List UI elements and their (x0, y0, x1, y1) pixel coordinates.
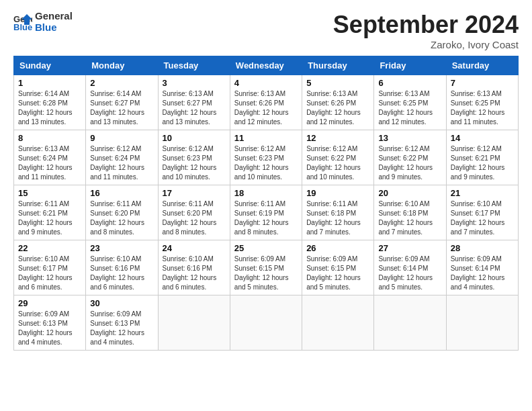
calendar-week-3: 15Sunrise: 6:11 AMSunset: 6:21 PMDayligh… (14, 185, 519, 240)
calendar-week-5: 29Sunrise: 6:09 AMSunset: 6:13 PMDayligh… (14, 295, 519, 351)
calendar-cell: 13Sunrise: 6:12 AMSunset: 6:22 PMDayligh… (374, 130, 446, 185)
day-number: 7 (451, 78, 514, 88)
day-header-tuesday: Tuesday (158, 56, 230, 75)
logo-icon: General Blue (13, 13, 32, 32)
day-number: 20 (378, 188, 441, 198)
location-title: Zaroko, Ivory Coast (333, 39, 519, 50)
calendar-cell (230, 295, 302, 351)
day-detail: Sunrise: 6:13 AMSunset: 6:26 PMDaylight:… (306, 90, 361, 126)
day-number: 18 (234, 188, 298, 198)
day-number: 22 (18, 243, 81, 253)
calendar-cell: 9Sunrise: 6:12 AMSunset: 6:24 PMDaylight… (86, 130, 158, 185)
calendar-cell: 22Sunrise: 6:10 AMSunset: 6:17 PMDayligh… (14, 240, 86, 295)
day-number: 26 (306, 243, 369, 253)
calendar-table: SundayMondayTuesdayWednesdayThursdayFrid… (13, 56, 519, 351)
day-number: 23 (90, 243, 153, 253)
day-number: 2 (90, 78, 153, 88)
calendar-cell: 28Sunrise: 6:09 AMSunset: 6:14 PMDayligh… (446, 240, 518, 295)
calendar-cell: 20Sunrise: 6:10 AMSunset: 6:18 PMDayligh… (374, 185, 446, 240)
calendar-cell: 8Sunrise: 6:13 AMSunset: 6:24 PMDaylight… (14, 130, 86, 185)
day-detail: Sunrise: 6:10 AMSunset: 6:17 PMDaylight:… (451, 200, 505, 236)
day-number: 6 (378, 78, 441, 88)
day-detail: Sunrise: 6:12 AMSunset: 6:22 PMDaylight:… (306, 145, 361, 181)
calendar-cell: 5Sunrise: 6:13 AMSunset: 6:26 PMDaylight… (302, 75, 374, 130)
logo-blue: Blue (35, 22, 73, 34)
calendar-cell (374, 295, 446, 351)
calendar-body: 1Sunrise: 6:14 AMSunset: 6:28 PMDaylight… (14, 75, 519, 351)
calendar-cell: 17Sunrise: 6:11 AMSunset: 6:20 PMDayligh… (158, 185, 230, 240)
day-number: 10 (163, 133, 226, 143)
day-number: 28 (451, 243, 514, 253)
day-detail: Sunrise: 6:12 AMSunset: 6:23 PMDaylight:… (234, 145, 289, 181)
day-detail: Sunrise: 6:13 AMSunset: 6:26 PMDaylight:… (234, 90, 289, 126)
day-detail: Sunrise: 6:10 AMSunset: 6:16 PMDaylight:… (163, 255, 217, 291)
day-header-saturday: Saturday (446, 56, 518, 75)
day-detail: Sunrise: 6:13 AMSunset: 6:24 PMDaylight:… (18, 145, 73, 181)
day-detail: Sunrise: 6:13 AMSunset: 6:25 PMDaylight:… (378, 90, 433, 126)
day-number: 5 (306, 78, 369, 88)
calendar-cell (446, 295, 518, 351)
day-detail: Sunrise: 6:09 AMSunset: 6:13 PMDaylight:… (18, 310, 73, 346)
calendar-cell: 29Sunrise: 6:09 AMSunset: 6:13 PMDayligh… (14, 295, 86, 351)
calendar-cell (158, 295, 230, 351)
calendar-cell: 15Sunrise: 6:11 AMSunset: 6:21 PMDayligh… (14, 185, 86, 240)
day-number: 3 (163, 78, 226, 88)
day-number: 14 (451, 133, 514, 143)
day-detail: Sunrise: 6:09 AMSunset: 6:15 PMDaylight:… (234, 255, 289, 291)
logo-general: General (35, 10, 73, 21)
day-detail: Sunrise: 6:12 AMSunset: 6:23 PMDaylight:… (163, 145, 217, 181)
day-number: 27 (378, 243, 441, 253)
calendar-cell: 23Sunrise: 6:10 AMSunset: 6:16 PMDayligh… (86, 240, 158, 295)
month-title: September 2024 (333, 11, 519, 39)
calendar-cell: 30Sunrise: 6:09 AMSunset: 6:13 PMDayligh… (86, 295, 158, 351)
day-detail: Sunrise: 6:11 AMSunset: 6:18 PMDaylight:… (306, 200, 361, 236)
day-number: 11 (234, 133, 298, 143)
day-number: 9 (90, 133, 153, 143)
calendar-cell: 25Sunrise: 6:09 AMSunset: 6:15 PMDayligh… (230, 240, 302, 295)
day-detail: Sunrise: 6:12 AMSunset: 6:22 PMDaylight:… (378, 145, 433, 181)
day-detail: Sunrise: 6:11 AMSunset: 6:20 PMDaylight:… (90, 200, 144, 236)
calendar-header-row: SundayMondayTuesdayWednesdayThursdayFrid… (14, 56, 519, 75)
calendar-cell: 11Sunrise: 6:12 AMSunset: 6:23 PMDayligh… (230, 130, 302, 185)
day-detail: Sunrise: 6:09 AMSunset: 6:15 PMDaylight:… (306, 255, 361, 291)
calendar-cell: 14Sunrise: 6:12 AMSunset: 6:21 PMDayligh… (446, 130, 518, 185)
day-number: 15 (18, 188, 81, 198)
day-number: 30 (90, 298, 153, 308)
day-number: 8 (18, 133, 81, 143)
day-number: 4 (234, 78, 298, 88)
day-detail: Sunrise: 6:10 AMSunset: 6:18 PMDaylight:… (378, 200, 433, 236)
calendar-cell: 3Sunrise: 6:13 AMSunset: 6:27 PMDaylight… (158, 75, 230, 130)
day-header-monday: Monday (86, 56, 158, 75)
day-detail: Sunrise: 6:13 AMSunset: 6:25 PMDaylight:… (451, 90, 505, 126)
calendar-cell: 2Sunrise: 6:14 AMSunset: 6:27 PMDaylight… (86, 75, 158, 130)
day-header-wednesday: Wednesday (230, 56, 302, 75)
day-detail: Sunrise: 6:11 AMSunset: 6:19 PMDaylight:… (234, 200, 289, 236)
day-detail: Sunrise: 6:09 AMSunset: 6:14 PMDaylight:… (378, 255, 433, 291)
day-number: 24 (163, 243, 226, 253)
calendar-cell: 24Sunrise: 6:10 AMSunset: 6:16 PMDayligh… (158, 240, 230, 295)
day-detail: Sunrise: 6:11 AMSunset: 6:21 PMDaylight:… (18, 200, 73, 236)
calendar-week-1: 1Sunrise: 6:14 AMSunset: 6:28 PMDaylight… (14, 75, 519, 130)
day-detail: Sunrise: 6:10 AMSunset: 6:17 PMDaylight:… (18, 255, 73, 291)
calendar-cell (302, 295, 374, 351)
day-detail: Sunrise: 6:12 AMSunset: 6:21 PMDaylight:… (451, 145, 505, 181)
day-number: 19 (306, 188, 369, 198)
day-header-sunday: Sunday (14, 56, 86, 75)
day-detail: Sunrise: 6:09 AMSunset: 6:14 PMDaylight:… (451, 255, 505, 291)
header: General Blue General Blue September 2024… (13, 11, 519, 50)
day-number: 16 (90, 188, 153, 198)
day-number: 1 (18, 78, 81, 88)
day-detail: Sunrise: 6:10 AMSunset: 6:16 PMDaylight:… (90, 255, 144, 291)
day-number: 29 (18, 298, 81, 308)
logo: General Blue General Blue (13, 11, 73, 33)
day-detail: Sunrise: 6:14 AMSunset: 6:27 PMDaylight:… (90, 90, 144, 126)
calendar-cell: 6Sunrise: 6:13 AMSunset: 6:25 PMDaylight… (374, 75, 446, 130)
calendar-cell: 16Sunrise: 6:11 AMSunset: 6:20 PMDayligh… (86, 185, 158, 240)
calendar-cell: 10Sunrise: 6:12 AMSunset: 6:23 PMDayligh… (158, 130, 230, 185)
day-detail: Sunrise: 6:09 AMSunset: 6:13 PMDaylight:… (90, 310, 144, 346)
day-detail: Sunrise: 6:12 AMSunset: 6:24 PMDaylight:… (90, 145, 144, 181)
calendar-cell: 18Sunrise: 6:11 AMSunset: 6:19 PMDayligh… (230, 185, 302, 240)
day-detail: Sunrise: 6:13 AMSunset: 6:27 PMDaylight:… (163, 90, 217, 126)
calendar-week-2: 8Sunrise: 6:13 AMSunset: 6:24 PMDaylight… (14, 130, 519, 185)
calendar-cell: 27Sunrise: 6:09 AMSunset: 6:14 PMDayligh… (374, 240, 446, 295)
